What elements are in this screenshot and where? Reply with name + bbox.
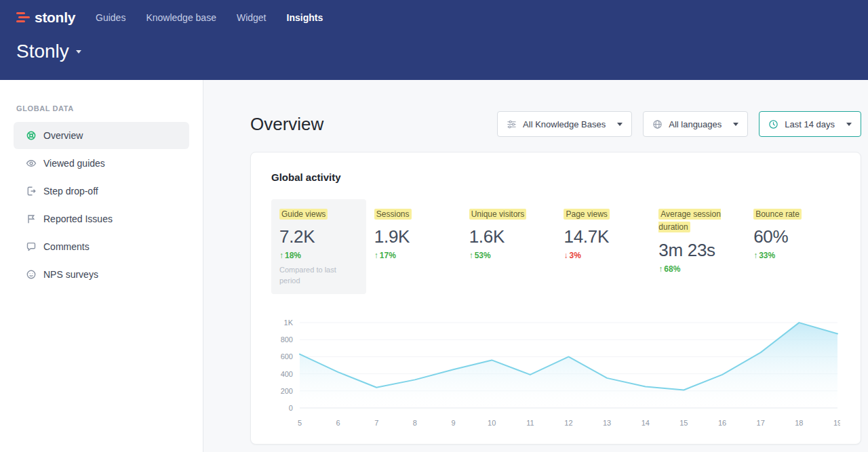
page-title: Overview <box>250 114 323 135</box>
metric-value: 60% <box>753 226 832 247</box>
knowledge-bases-value: All Knowledge Bases <box>523 119 606 129</box>
metric-label: Unique visitors <box>469 209 527 220</box>
metric-average-session-duration[interactable]: Average session duration 3m 23s ↑68% <box>650 199 745 287</box>
nav-item-knowledge-base[interactable]: Knowledge base <box>146 9 216 26</box>
chart-area: 02004006008001K5678910111213141516171819 <box>271 317 840 434</box>
metric-value: 7.2K <box>279 226 358 247</box>
main-content: Overview All Knowledge Bases All languag… <box>203 80 868 452</box>
sidebar-item-reported-issues[interactable]: Reported Issues <box>14 205 189 232</box>
trend-arrow-icon: ↓ <box>564 251 568 260</box>
svg-text:5: 5 <box>298 419 302 427</box>
svg-text:6: 6 <box>336 419 340 427</box>
metric-label: Guide views <box>279 209 328 220</box>
date-range-value: Last 14 days <box>785 119 835 129</box>
globe-icon <box>652 119 663 129</box>
sidebar-section-label: GLOBAL DATA <box>16 104 186 112</box>
sidebar-item-label: Reported Issues <box>43 213 113 224</box>
svg-text:16: 16 <box>718 419 726 427</box>
nav-item-widget[interactable]: Widget <box>237 9 267 26</box>
top-nav: Guides Knowledge base Widget Insights <box>96 9 323 26</box>
metric-sessions[interactable]: Sessions 1.9K ↑17% <box>366 199 461 273</box>
nav-item-insights[interactable]: Insights <box>287 9 323 26</box>
sidebar-item-label: NPS surveys <box>43 269 98 280</box>
global-activity-chart: 02004006008001K5678910111213141516171819 <box>271 317 840 431</box>
svg-text:600: 600 <box>281 353 293 361</box>
sidebar-item-label: Comments <box>43 241 90 252</box>
metric-value: 14.7K <box>564 226 642 247</box>
sidebar-item-label: Step drop-off <box>43 186 98 197</box>
svg-text:9: 9 <box>452 419 456 427</box>
overview-icon <box>26 130 37 141</box>
metric-change: 33% <box>759 251 775 260</box>
workspace-title: Stonly <box>16 41 69 62</box>
metric-change: 17% <box>380 251 396 260</box>
svg-text:12: 12 <box>564 419 572 427</box>
global-activity-card: Global activity Guide views 7.2K ↑18% Co… <box>250 152 861 445</box>
workspace-switcher[interactable]: Stonly <box>0 26 868 62</box>
trend-arrow-icon: ↑ <box>658 264 663 274</box>
languages-value: All languages <box>669 119 722 129</box>
chevron-down-icon <box>617 123 623 126</box>
date-range-dropdown[interactable]: Last 14 days <box>759 111 861 137</box>
metric-guide-views[interactable]: Guide views 7.2K ↑18% Compared to last p… <box>271 199 366 294</box>
sidebar: GLOBAL DATA Overview Viewed guides Step … <box>0 80 203 452</box>
logo-text: stonly <box>35 9 75 26</box>
trend-arrow-icon: ↑ <box>279 251 283 260</box>
metric-label: Page views <box>564 209 609 220</box>
chevron-down-icon <box>846 123 852 126</box>
sliders-icon <box>507 119 517 129</box>
chevron-down-icon <box>76 50 81 54</box>
svg-text:0: 0 <box>289 404 293 412</box>
metrics-row: Guide views 7.2K ↑18% Compared to last p… <box>271 199 840 294</box>
sidebar-item-comments[interactable]: Comments <box>14 233 189 260</box>
metric-change: 3% <box>569 251 580 260</box>
flag-icon <box>26 213 37 224</box>
svg-text:19: 19 <box>833 419 840 427</box>
stonly-logo[interactable]: stonly <box>16 9 75 26</box>
clock-icon <box>768 119 778 129</box>
metric-unique-visitors[interactable]: Unique visitors 1.6K ↑53% <box>461 199 556 273</box>
trend-arrow-icon: ↑ <box>753 251 757 260</box>
metric-change: 18% <box>285 251 301 260</box>
svg-text:200: 200 <box>281 387 293 395</box>
card-title: Global activity <box>271 171 840 183</box>
svg-text:18: 18 <box>795 419 803 427</box>
metric-label: Sessions <box>374 209 412 220</box>
metric-value: 1.9K <box>374 226 453 247</box>
metric-value: 3m 23s <box>658 240 737 261</box>
svg-text:10: 10 <box>488 419 496 427</box>
svg-text:800: 800 <box>281 335 293 344</box>
stonly-logo-icon <box>16 12 30 24</box>
svg-text:8: 8 <box>413 419 417 427</box>
languages-dropdown[interactable]: All languages <box>643 111 748 137</box>
comments-icon <box>26 241 37 252</box>
svg-text:15: 15 <box>679 419 688 427</box>
metric-change: 53% <box>475 251 491 260</box>
metric-value: 1.6K <box>469 226 548 247</box>
sidebar-item-overview[interactable]: Overview <box>14 122 189 149</box>
sidebar-item-step-drop-off[interactable]: Step drop-off <box>14 178 189 205</box>
filter-bar: All Knowledge Bases All languages Last 1… <box>497 111 861 137</box>
svg-text:11: 11 <box>526 419 534 427</box>
svg-text:13: 13 <box>603 419 611 427</box>
svg-text:17: 17 <box>757 419 765 427</box>
step-dropoff-icon <box>26 186 37 197</box>
metric-bounce-rate[interactable]: Bounce rate 60% ↑33% <box>745 199 840 273</box>
metric-note: Compared to last period <box>279 265 358 286</box>
svg-text:400: 400 <box>281 370 293 378</box>
metric-change: 68% <box>664 264 680 274</box>
svg-text:14: 14 <box>642 419 650 427</box>
chevron-down-icon <box>733 123 738 126</box>
sidebar-item-label: Viewed guides <box>43 158 105 169</box>
metric-page-views[interactable]: Page views 14.7K ↓3% <box>555 199 650 273</box>
svg-text:7: 7 <box>374 419 378 427</box>
knowledge-bases-dropdown[interactable]: All Knowledge Bases <box>497 111 632 137</box>
sidebar-item-viewed-guides[interactable]: Viewed guides <box>14 150 189 177</box>
smiley-icon <box>26 269 37 280</box>
svg-text:1K: 1K <box>284 319 294 327</box>
sidebar-item-nps-surveys[interactable]: NPS surveys <box>14 261 189 288</box>
trend-arrow-icon: ↑ <box>374 251 378 260</box>
sidebar-item-label: Overview <box>43 130 83 141</box>
nav-item-guides[interactable]: Guides <box>96 9 125 26</box>
metric-label: Average session duration <box>658 209 721 232</box>
